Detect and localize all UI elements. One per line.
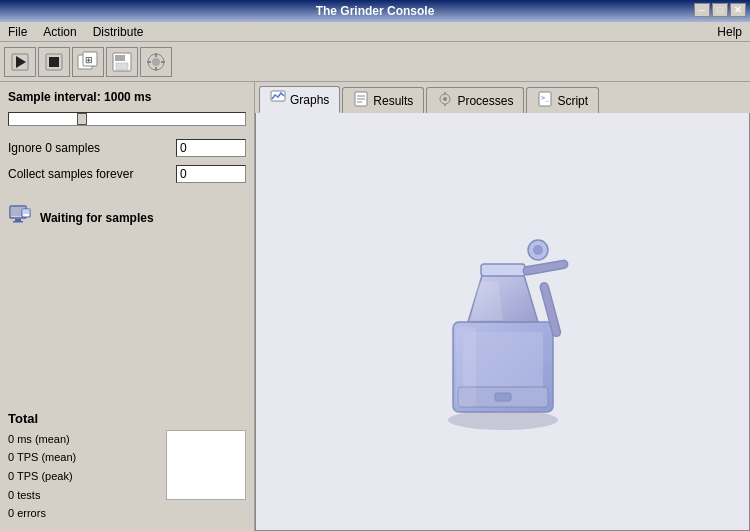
svg-marker-44 <box>471 282 503 320</box>
ignore-samples-input[interactable] <box>176 139 246 157</box>
left-panel: Sample interval: 1000 ms Ignore 0 sample… <box>0 82 255 531</box>
title-bar: The Grinder Console ─ □ ✕ <box>0 0 750 22</box>
svg-point-28 <box>443 97 447 101</box>
tab-results[interactable]: Results <box>342 87 424 113</box>
tab-graphs[interactable]: Graphs <box>259 86 340 113</box>
maximize-button[interactable]: □ <box>712 3 728 17</box>
sample-interval-label: Sample interval: 1000 ms <box>8 90 246 104</box>
options-button[interactable] <box>140 47 172 77</box>
stat-tests: 0 tests <box>8 486 158 505</box>
results-tab-icon <box>353 91 369 110</box>
stat-ms-mean: 0 ms (mean) <box>8 430 158 449</box>
menu-file[interactable]: File <box>4 24 31 40</box>
total-section: Total 0 ms (mean) 0 TPS (mean) 0 TPS (pe… <box>8 403 246 523</box>
toolbar: ⊞ <box>0 42 750 82</box>
stat-tps-peak: 0 TPS (peak) <box>8 467 158 486</box>
save-results-button[interactable] <box>106 47 138 77</box>
svg-rect-3 <box>49 57 59 67</box>
grinder-illustration <box>423 212 583 432</box>
tab-script[interactable]: >_ Script <box>526 87 599 113</box>
svg-rect-12 <box>155 53 157 57</box>
menu-distribute[interactable]: Distribute <box>89 24 148 40</box>
svg-rect-21 <box>22 209 30 214</box>
tab-content <box>255 113 750 531</box>
collect-samples-input[interactable] <box>176 165 246 183</box>
svg-rect-8 <box>115 55 125 61</box>
start-button[interactable] <box>4 47 36 77</box>
new-worker-icon: ⊞ <box>77 51 99 73</box>
svg-rect-13 <box>155 67 157 71</box>
tab-processes[interactable]: Processes <box>426 87 524 113</box>
start-icon <box>10 52 30 72</box>
tab-script-label: Script <box>557 94 588 108</box>
total-label: Total <box>8 411 246 426</box>
total-chart <box>166 430 246 500</box>
svg-rect-43 <box>495 393 511 401</box>
graphs-tab-icon <box>270 90 286 109</box>
status-icon <box>8 203 32 232</box>
stop-icon <box>44 52 64 72</box>
title-bar-buttons: ─ □ ✕ <box>694 3 746 17</box>
menu-help[interactable]: Help <box>713 24 746 40</box>
tab-graphs-label: Graphs <box>290 93 329 107</box>
close-button[interactable]: ✕ <box>730 3 746 17</box>
total-stats: 0 ms (mean) 0 TPS (mean) 0 TPS (peak) 0 … <box>8 430 158 523</box>
menu-bar: File Action Distribute Help <box>0 22 750 42</box>
minimize-button[interactable]: ─ <box>694 3 710 17</box>
collect-samples-label: Collect samples forever <box>8 167 133 181</box>
svg-rect-15 <box>161 61 165 63</box>
svg-rect-45 <box>456 327 476 407</box>
tab-processes-label: Processes <box>457 94 513 108</box>
tab-results-label: Results <box>373 94 413 108</box>
processes-tab-icon <box>437 91 453 110</box>
script-tab-icon: >_ <box>537 91 553 110</box>
sample-interval-slider[interactable] <box>8 112 246 126</box>
tabs-bar: Graphs Results <box>255 82 750 113</box>
options-icon <box>145 51 167 73</box>
svg-point-33 <box>448 410 558 430</box>
main-content: Sample interval: 1000 ms Ignore 0 sample… <box>0 82 750 531</box>
status-area: Waiting for samples <box>8 199 246 236</box>
right-panel: Graphs Results <box>255 82 750 531</box>
stat-tps-mean: 0 TPS (mean) <box>8 448 158 467</box>
svg-rect-38 <box>522 259 568 275</box>
total-stats-row: 0 ms (mean) 0 TPS (mean) 0 TPS (peak) 0 … <box>8 430 246 523</box>
svg-text:>_: >_ <box>541 94 550 102</box>
svg-rect-36 <box>481 264 525 276</box>
new-worker-button[interactable]: ⊞ <box>72 47 104 77</box>
collect-samples-row: Collect samples forever <box>8 165 246 183</box>
slider-container <box>8 112 246 129</box>
menu-action[interactable]: Action <box>39 24 80 40</box>
svg-text:⊞: ⊞ <box>85 55 93 65</box>
stop-button[interactable] <box>38 47 70 77</box>
ignore-samples-label: Ignore 0 samples <box>8 141 100 155</box>
svg-rect-9 <box>116 63 128 70</box>
svg-point-11 <box>152 58 160 66</box>
status-text: Waiting for samples <box>40 211 154 225</box>
svg-point-40 <box>533 245 543 255</box>
stat-errors: 0 errors <box>8 504 158 523</box>
svg-rect-19 <box>13 221 23 223</box>
window-title: The Grinder Console <box>316 4 435 18</box>
save-results-icon <box>111 51 133 73</box>
ignore-samples-row: Ignore 0 samples <box>8 139 246 157</box>
svg-rect-14 <box>147 61 151 63</box>
svg-rect-18 <box>15 219 21 221</box>
